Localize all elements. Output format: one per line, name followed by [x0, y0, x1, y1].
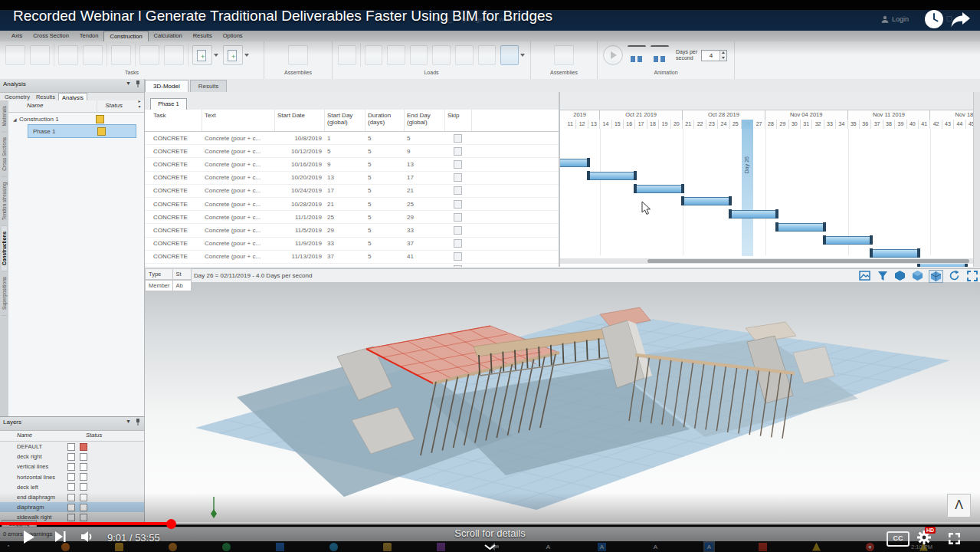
vertical-scrollbar[interactable]: [973, 92, 980, 267]
skip-checkbox[interactable]: [454, 186, 462, 195]
expander-icon[interactable]: ◢: [13, 117, 19, 122]
filter-icon[interactable]: [876, 270, 889, 281]
progress-scrubber[interactable]: [166, 519, 176, 529]
layer-row[interactable]: vertical lines: [0, 462, 144, 472]
layer-row[interactable]: horizontal lines: [0, 472, 144, 482]
animation-start-icon[interactable]: [628, 45, 646, 65]
task-icon[interactable]: [5, 45, 25, 65]
layer-status-checkbox[interactable]: [80, 483, 87, 491]
layer-status-checkbox[interactable]: [80, 443, 87, 451]
task-icon[interactable]: [111, 45, 131, 65]
table-row[interactable]: CONCRETEConcrete (pour + c...11/1/201925…: [145, 211, 559, 224]
status-checkbox[interactable]: [97, 127, 106, 136]
share-icon[interactable]: [950, 11, 971, 31]
menu-tab-construction[interactable]: Construction: [103, 31, 148, 41]
layer-checkbox[interactable]: [67, 463, 75, 471]
taskbar-icon-dot[interactable]: [329, 543, 338, 551]
layer-status-checkbox[interactable]: [80, 463, 87, 471]
taskbar-icon-folder[interactable]: [383, 543, 392, 551]
taskbar-icon-chrome[interactable]: [866, 543, 874, 551]
layer-row[interactable]: DEFAULT: [0, 442, 144, 452]
snapshot-icon[interactable]: [858, 270, 871, 281]
gantt-task-bar[interactable]: [777, 223, 824, 232]
layer-row[interactable]: end diaphragm: [0, 492, 144, 502]
taskbar-icon-square[interactable]: [437, 543, 445, 551]
watch-later-icon[interactable]: [924, 9, 944, 32]
load-icon[interactable]: [387, 45, 405, 65]
taskbar-icon-a[interactable]: A: [544, 543, 552, 551]
skip-checkbox[interactable]: [454, 226, 462, 235]
column-header[interactable]: Start Day (global): [325, 110, 365, 131]
taskbar-icon-a[interactable]: A: [705, 543, 713, 551]
table-row[interactable]: CONCRETEConcrete (pour + c...10/12/20195…: [145, 145, 559, 158]
menu-tab-tendon[interactable]: Tendon: [74, 31, 104, 41]
load-icon[interactable]: [432, 45, 451, 65]
layer-status-checkbox[interactable]: [80, 453, 87, 461]
layer-row[interactable]: deck right: [0, 452, 144, 462]
login-button[interactable]: Login: [881, 15, 909, 23]
layer-status-checkbox[interactable]: [80, 473, 87, 481]
play-button[interactable]: [21, 529, 37, 545]
side-tab-materials[interactable]: Materials: [2, 100, 7, 132]
days-per-second-stepper[interactable]: 4: [701, 50, 727, 61]
table-row[interactable]: CONCRETEConcrete (pour + c...10/24/20191…: [145, 185, 559, 198]
youtube-player[interactable]: …2020_1\PrjBridge\FNR Webinar Login ‒ ▢ …: [0, 0, 980, 552]
taskbar-icon-tri[interactable]: [812, 543, 821, 551]
refresh-icon[interactable]: [948, 270, 961, 281]
load-list-icon[interactable]: [338, 45, 356, 65]
layer-checkbox[interactable]: [67, 494, 75, 501]
gantt-scrollbar-thumb[interactable]: [647, 259, 969, 263]
taskbar-icon-dot[interactable]: [222, 543, 231, 551]
gantt-task-bar[interactable]: [730, 210, 778, 219]
play-animation-icon[interactable]: [603, 45, 623, 65]
task-list-add-icon[interactable]: [223, 45, 243, 65]
skip-checkbox[interactable]: [454, 134, 462, 143]
table-row[interactable]: CONCRETEConcrete (pour + c...10/16/20199…: [145, 158, 559, 171]
layer-row[interactable]: deck left: [0, 482, 144, 492]
shading-shaded-icon[interactable]: [911, 270, 924, 281]
table-row[interactable]: CONCRETEConcrete (pour + c...10/28/20192…: [145, 198, 559, 211]
status-checkbox[interactable]: [96, 115, 104, 123]
layer-status-checkbox[interactable]: [80, 504, 87, 511]
shading-wireframe-icon[interactable]: [929, 270, 943, 283]
fullscreen-viewport-icon[interactable]: [965, 270, 978, 281]
viewport-3d[interactable]: [145, 282, 980, 524]
layer-checkbox[interactable]: [67, 443, 75, 451]
skip-checkbox[interactable]: [454, 252, 462, 261]
volume-icon[interactable]: [80, 529, 93, 544]
table-row[interactable]: CONCRETEConcrete (pour + c...10/20/20191…: [145, 172, 559, 185]
pin-icon[interactable]: [135, 80, 141, 88]
tree-row-construction[interactable]: ◢ Construction 1: [8, 113, 144, 125]
column-header[interactable]: Task: [151, 110, 202, 131]
animation-end-icon[interactable]: [651, 45, 669, 65]
tree-row-phase[interactable]: Phase 1: [28, 125, 136, 137]
skip-checkbox[interactable]: [454, 213, 462, 222]
load-icon[interactable]: [478, 45, 497, 65]
side-tab-tendon-stressing[interactable]: Tendon stressing: [2, 177, 7, 226]
gantt-task-bar[interactable]: [635, 185, 683, 193]
side-tab-cross-sections[interactable]: Cross Sections: [2, 132, 7, 177]
column-header[interactable]: Skip: [445, 110, 472, 131]
gantt-task-bar[interactable]: [588, 172, 636, 180]
pin-icon[interactable]: [135, 419, 141, 426]
menu-tab-calculation[interactable]: Calculation: [149, 31, 188, 41]
next-button[interactable]: [54, 529, 67, 544]
assembly-icon[interactable]: [288, 45, 308, 65]
subtitles-button[interactable]: CC: [887, 531, 910, 547]
tab-results[interactable]: Results: [190, 80, 228, 92]
taskbar-icon-a[interactable]: A: [598, 543, 606, 551]
gantt-chart[interactable]: 2019Oct 21 2019Oct 28 2019Nov 04 2019Nov…: [560, 92, 973, 267]
table-row[interactable]: CONCRETEConcrete (pour + c...11/17/20194…: [145, 264, 559, 267]
skip-checkbox[interactable]: [454, 160, 462, 169]
menu-tab-results[interactable]: Results: [188, 31, 218, 41]
layer-checkbox[interactable]: [67, 504, 75, 511]
layer-checkbox[interactable]: [67, 473, 75, 481]
tab-3d-model[interactable]: 3D-Model: [145, 80, 188, 92]
skip-checkbox[interactable]: [454, 173, 462, 182]
bridge-icon[interactable]: [164, 45, 184, 65]
column-header[interactable]: Duration (days): [365, 110, 405, 131]
skip-checkbox[interactable]: [454, 265, 462, 267]
gantt-task-bar[interactable]: [683, 197, 730, 205]
layer-checkbox[interactable]: [67, 483, 75, 491]
taskbar-icon-square[interactable]: [276, 543, 284, 551]
